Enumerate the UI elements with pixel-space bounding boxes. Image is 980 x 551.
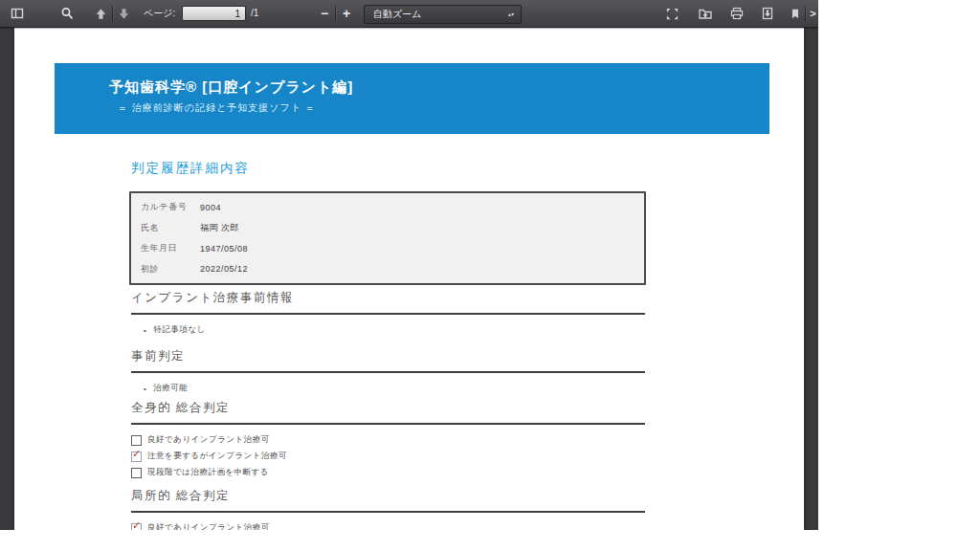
sidebar-toggle-icon [10, 6, 25, 21]
checkbox-label: 注意を要するがインプラント治療可 [147, 451, 287, 462]
patient-info-box: カルテ番号 9004 氏名 福岡 次郎 生年月日 1947/05/08 初診 2… [129, 191, 646, 285]
section-preliminary-judgment: 事前判定 • 治療可能 [131, 348, 645, 394]
bookmark-button[interactable] [787, 4, 804, 23]
section-title: 事前判定 [131, 348, 645, 364]
open-file-button[interactable] [696, 4, 715, 23]
page-number-input[interactable] [182, 6, 246, 21]
search-button[interactable] [57, 4, 77, 23]
document-title: 予知歯科学® [口腔インプラント編] [109, 78, 353, 97]
check-mark: ✓ [132, 520, 141, 531]
section-rule [131, 423, 645, 425]
section-title: インプラント治療事前情報 [131, 290, 645, 306]
pdf-page: 予知歯科学® [口腔インプラント編] ＝ 治療前診断の記録と予知支援ソフト ＝ … [14, 28, 804, 530]
patient-info-row: 氏名 福岡 次郎 [131, 218, 644, 239]
checkbox-unchecked-icon[interactable] [131, 468, 142, 478]
bullet-icon: • [144, 385, 146, 393]
document-banner: 予知歯科学® [口腔インプラント編] ＝ 治療前診断の記録と予知支援ソフト ＝ [55, 63, 769, 134]
print-button[interactable] [727, 4, 746, 23]
page-total-label: /1 [251, 0, 258, 27]
page-number-label: ページ: [144, 0, 175, 27]
info-label: 生年月日 [141, 242, 200, 254]
more-tools-button[interactable]: > [808, 4, 818, 23]
zoom-in-button[interactable]: + [338, 4, 355, 23]
checkbox-label: 良好でありインプラント治療可 [147, 434, 270, 446]
checkbox-checked-icon[interactable]: ✓ [131, 452, 142, 462]
info-value: 2022/05/12 [200, 264, 248, 274]
download-icon [760, 6, 775, 21]
search-icon [59, 6, 75, 21]
checkbox-row: 現段階では治療計画を中断する [131, 467, 645, 478]
fullscreen-icon [665, 7, 679, 21]
check-mark: ✓ [132, 449, 141, 459]
presentation-mode-button[interactable] [662, 4, 681, 23]
section-title: 全身的 総合判定 [131, 400, 645, 416]
patient-info-row: 生年月日 1947/05/08 [131, 238, 644, 259]
open-file-icon [698, 6, 713, 21]
select-arrows-icon: ▴▾ [508, 12, 521, 16]
checkbox-label: 現段階では治療計画を中断する [147, 467, 269, 478]
bullet-icon: • [144, 326, 146, 335]
info-label: カルテ番号 [141, 201, 200, 213]
pdf-toolbar: ページ: /1 − + 自動ズーム ▴▾ [0, 0, 818, 28]
info-value: 9004 [200, 203, 221, 212]
bullet-text: 治療可能 [153, 383, 188, 394]
checkbox-unchecked-icon[interactable] [131, 435, 142, 446]
print-icon [729, 6, 745, 21]
arrow-up-icon [94, 7, 108, 21]
info-label: 初診 [141, 263, 200, 276]
document-subtitle: ＝ 治療前診断の記録と予知支援ソフト ＝ [118, 101, 316, 115]
zoom-level-select[interactable]: 自動ズーム ▴▾ [364, 5, 522, 24]
checkbox-row: ✓ 注意を要するがインプラント治療可 [131, 451, 645, 462]
toolbar-divider [335, 6, 336, 21]
bullet-item: • 治療可能 [144, 383, 645, 394]
pdf-viewer-window: ページ: /1 − + 自動ズーム ▴▾ [0, 0, 818, 530]
info-label: 氏名 [141, 222, 200, 234]
page-heading: 判定履歴詳細内容 [131, 160, 250, 177]
section-rule [131, 371, 645, 373]
patient-info-row: 初診 2022/05/12 [131, 259, 644, 280]
section-rule [131, 313, 645, 315]
section-systemic-overall-judgment: 全身的 総合判定 良好でありインプラント治療可 ✓ 注意を要するがインプラント治… [131, 400, 645, 478]
sidebar-toggle-button[interactable] [8, 4, 27, 23]
info-value: 福岡 次郎 [200, 222, 239, 234]
checkbox-row: ✓ 良好でありインプラント治療可 [131, 522, 645, 530]
checkbox-label: 良好でありインプラント治療可 [147, 522, 270, 530]
toolbar-divider [112, 6, 113, 21]
section-pre-treatment-info: インプラント治療事前情報 • 特記事項なし [131, 290, 645, 336]
toolbar-divider [805, 6, 806, 21]
zoom-out-button[interactable]: − [316, 4, 333, 23]
checkbox-row: 良好でありインプラント治療可 [131, 434, 645, 446]
zoom-level-value: 自動ズーム [365, 8, 508, 21]
checkbox-checked-icon[interactable]: ✓ [131, 523, 142, 531]
bullet-item: • 特記事項なし [144, 324, 645, 336]
section-rule [131, 511, 645, 513]
section-title: 局所的 総合判定 [131, 488, 645, 504]
download-button[interactable] [758, 4, 777, 23]
patient-info-row: カルテ番号 9004 [131, 197, 644, 218]
bullet-text: 特記事項なし [153, 324, 205, 336]
next-page-button[interactable] [114, 4, 133, 23]
bookmark-icon [789, 7, 802, 21]
info-value: 1947/05/08 [200, 244, 248, 253]
arrow-down-icon [117, 7, 131, 21]
section-local-overall-judgment: 局所的 総合判定 ✓ 良好でありインプラント治療可 [131, 488, 645, 530]
previous-page-button[interactable] [91, 4, 110, 23]
